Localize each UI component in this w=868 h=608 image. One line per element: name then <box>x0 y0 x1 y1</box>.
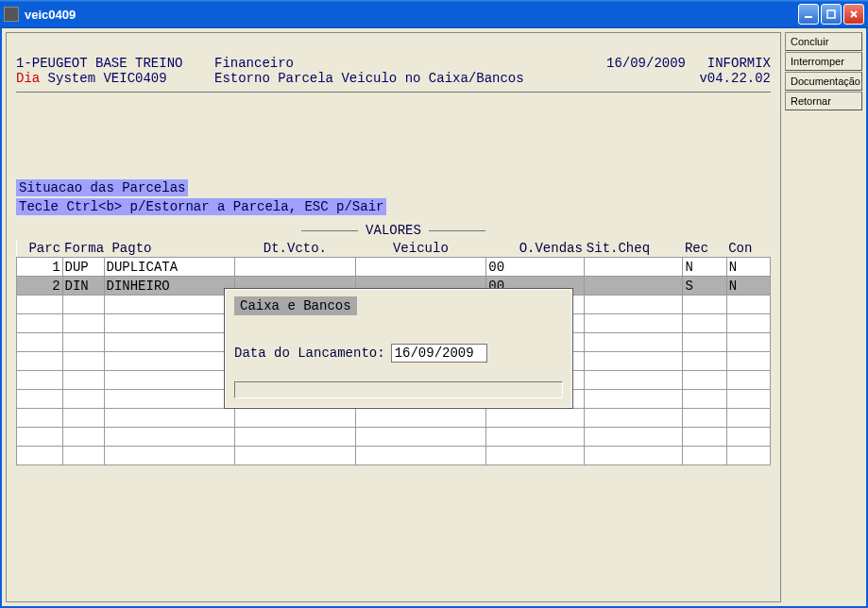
titlebar: veic0409 <box>0 0 868 28</box>
valores-label: VALORES <box>16 223 771 238</box>
col-dtvcto: Dt.Vcto. <box>235 240 355 258</box>
documentacao-button[interactable]: Documentação <box>785 72 862 91</box>
header-system: System VEIC0409 <box>40 71 166 86</box>
window-buttons <box>798 4 864 25</box>
retornar-button[interactable]: Retornar <box>785 92 862 110</box>
col-veiculo: Veiculo <box>355 240 486 258</box>
header-dia: Dia <box>16 71 40 86</box>
header-line1: 1-PEUGEOT BASE TREINO Financeiro 16/09/2… <box>16 56 771 71</box>
app-icon <box>4 7 19 22</box>
header-date: 16/09/2009 <box>582 56 686 71</box>
col-parc: Parc <box>17 240 63 258</box>
header-db: INFORMIX <box>686 56 771 71</box>
col-con: Con <box>726 240 770 258</box>
header-desc: Estorno Parcela Veiculo no Caixa/Bancos <box>214 71 686 86</box>
table-row[interactable] <box>17 409 771 428</box>
header-version: v04.22.02 <box>686 71 771 86</box>
status-line-2: Tecle Ctrl<b> p/Estornar a Parcela, ESC … <box>16 198 386 215</box>
col-rec: Rec <box>683 240 726 258</box>
window-title: veic0409 <box>25 8 798 22</box>
caixa-bancos-popup: Caixa e Bancos Data do Lancamento: <box>224 288 573 409</box>
separator <box>16 92 771 93</box>
data-lancamento-input[interactable] <box>391 344 487 363</box>
sidebar: Concluir Interromper Documentação Retorn… <box>785 32 862 602</box>
col-forma: Forma Pagto <box>62 240 235 258</box>
minimize-button[interactable] <box>798 4 819 25</box>
popup-title: Caixa e Bancos <box>234 296 357 315</box>
header-module: Financeiro <box>214 56 582 71</box>
header-company: 1-PEUGEOT BASE TREINO <box>16 56 214 71</box>
svg-rect-0 <box>805 16 812 18</box>
close-button[interactable] <box>843 4 864 25</box>
col-sitcheq: Sit.Cheq <box>585 240 683 258</box>
popup-statusbar <box>234 381 563 398</box>
status-line-1: Situacao das Parcelas <box>16 179 188 196</box>
content-panel: 1-PEUGEOT BASE TREINO Financeiro 16/09/2… <box>6 32 781 602</box>
interromper-button[interactable]: Interromper <box>785 52 862 71</box>
table-row[interactable] <box>17 447 771 465</box>
concluir-button[interactable]: Concluir <box>785 32 862 51</box>
header-line2: Dia System VEIC0409 Estorno Parcela Veic… <box>16 71 771 86</box>
table-row[interactable]: 1DUPDUPLICATA00NN <box>17 258 771 277</box>
col-ovendas: O.Vendas <box>486 240 585 258</box>
maximize-button[interactable] <box>821 4 842 25</box>
data-lancamento-label: Data do Lancamento: <box>234 346 385 361</box>
table-row[interactable] <box>17 428 771 447</box>
svg-rect-1 <box>827 10 835 18</box>
app-body: 1-PEUGEOT BASE TREINO Financeiro 16/09/2… <box>0 28 868 608</box>
